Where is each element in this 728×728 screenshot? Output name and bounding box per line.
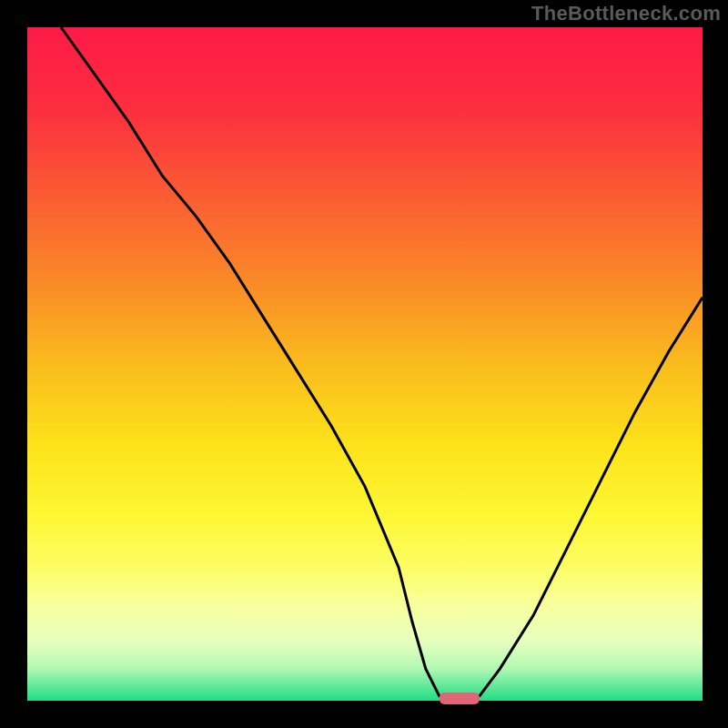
plot-baseline [27, 701, 703, 703]
bottleneck-chart [0, 0, 728, 728]
plot-background [27, 27, 703, 703]
optimal-marker [440, 693, 480, 704]
watermark-text: TheBottleneck.com [531, 2, 721, 25]
chart-container: TheBottleneck.com [0, 0, 728, 728]
